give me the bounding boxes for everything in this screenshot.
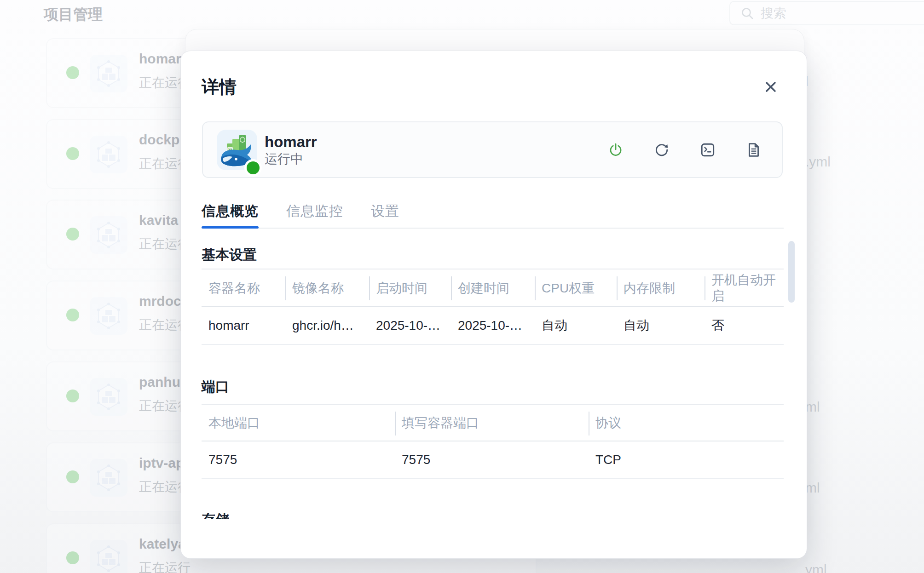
container-name: katelya <box>139 536 186 552</box>
column-header: 填写容器端口 <box>395 405 589 441</box>
column-header: 创建时间 <box>451 269 535 307</box>
container-name: kavita <box>139 212 178 228</box>
terminal-icon[interactable] <box>700 142 716 158</box>
app-name: homarr <box>265 134 317 149</box>
ports-table: 本地端口 填写容器端口 协议 7575 7575 TCP <box>202 404 784 479</box>
status-dot-icon <box>66 551 79 564</box>
status-dot-icon <box>66 470 79 483</box>
column-header: 协议 <box>589 405 784 441</box>
container-cube-icon <box>90 216 127 254</box>
file-name-fragment: ml <box>805 399 820 415</box>
container-name: iptv-ap <box>139 455 184 471</box>
container-cube-icon <box>90 540 127 573</box>
container-name: homar <box>139 51 181 67</box>
cell-auto-start: 否 <box>705 307 784 345</box>
details-modal: 详情 XII <box>180 51 807 559</box>
app-summary-card: XII homarr 运行中 <box>202 121 783 178</box>
modal-scroll-body[interactable]: 基本设置 容器名称 镜像名称 启动时间 创建时间 CPU权重 内存限制 开机自动… <box>181 230 807 519</box>
search-input[interactable]: 搜索 <box>729 1 924 25</box>
section-title-storage-clipped: 存储 <box>202 510 784 519</box>
container-name: panhu <box>139 374 180 390</box>
container-status: 正在运行 <box>139 559 191 573</box>
file-name-fragment: yml <box>805 562 827 573</box>
search-placeholder: 搜索 <box>761 5 786 22</box>
cell-cpu-weight: 自动 <box>535 307 617 345</box>
tab-info-overview[interactable]: 信息概览 <box>202 202 259 228</box>
basic-settings-table: 容器名称 镜像名称 启动时间 创建时间 CPU权重 内存限制 开机自动开启 ho… <box>202 269 784 345</box>
file-name-fragment: ml <box>805 480 820 496</box>
container-name: mrdoc <box>139 293 181 309</box>
search-icon <box>740 6 754 20</box>
container-cube-icon <box>90 297 127 335</box>
column-header: 镜像名称 <box>285 269 369 307</box>
modal-scrollbar-thumb[interactable] <box>788 241 795 303</box>
container-cube-icon <box>90 459 127 497</box>
cell-protocol: TCP <box>589 441 784 479</box>
column-header: 容器名称 <box>202 269 285 307</box>
app-status-text: 运行中 <box>265 153 317 166</box>
running-status-dot-icon <box>244 159 262 177</box>
status-dot-icon <box>66 147 79 160</box>
section-title-basic: 基本设置 <box>202 246 784 264</box>
screen: 项目管理 搜索 homar 正在运行 dockp 正在运行 kavita 正在运… <box>0 0 924 573</box>
modal-title: 详情 <box>202 75 237 99</box>
cell-create-time: 2025-10-… <box>451 307 535 345</box>
close-icon[interactable] <box>762 78 780 96</box>
logs-document-icon[interactable] <box>746 142 762 158</box>
homarr-app-icon: XII <box>216 129 258 171</box>
tab-info-monitor[interactable]: 信息监控 <box>286 202 343 228</box>
restart-icon[interactable] <box>654 142 670 158</box>
power-icon[interactable] <box>608 142 624 158</box>
cell-image-name: ghcr.io/h… <box>285 307 369 345</box>
container-cube-icon <box>90 378 127 416</box>
file-name-fragment: .yml <box>805 154 831 170</box>
column-header: 开机自动开启 <box>705 269 784 307</box>
container-name: dockp <box>139 132 179 148</box>
status-dot-icon <box>66 390 79 402</box>
column-header: 内存限制 <box>617 269 705 307</box>
status-dot-icon <box>66 66 79 79</box>
cell-start-time: 2025-10-… <box>369 307 451 345</box>
cell-container-name: homarr <box>202 307 285 345</box>
page-title: 项目管理 <box>44 5 103 25</box>
cell-memory-limit: 自动 <box>617 307 705 345</box>
container-cube-icon <box>90 136 127 173</box>
cell-local-port: 7575 <box>202 441 395 479</box>
column-header: 本地端口 <box>202 405 395 441</box>
column-header: 启动时间 <box>369 269 451 307</box>
section-title-ports: 端口 <box>202 378 784 396</box>
status-dot-icon <box>66 309 79 321</box>
status-dot-icon <box>66 228 79 241</box>
column-header: CPU权重 <box>535 269 617 307</box>
cell-container-port: 7575 <box>395 441 589 479</box>
app-action-buttons <box>608 122 762 177</box>
tab-settings[interactable]: 设置 <box>371 202 399 228</box>
modal-tabs: 信息概览 信息监控 设置 <box>202 202 784 229</box>
container-cube-icon <box>90 55 127 92</box>
